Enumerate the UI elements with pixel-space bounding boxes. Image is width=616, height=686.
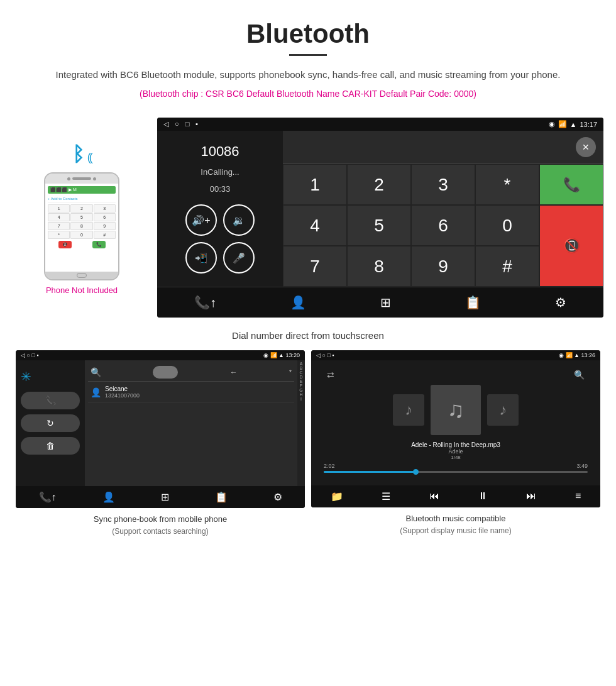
phonebook-caption-sub: (Support contacts searching) [16, 526, 305, 537]
call-controls: 🔊+ 🔉 📲 🎤 [185, 204, 255, 274]
pb-contact-details: Seicane 13241007000 [105, 385, 140, 399]
phone-key-4[interactable]: 4 [48, 213, 70, 221]
phonebook-sidebar: ✳ 📞 ↻ 🗑 [16, 360, 85, 486]
backspace-button[interactable]: ✕ [576, 137, 596, 157]
phone-key-5[interactable]: 5 [70, 213, 92, 221]
music-top-icons: ⇄ 🔍 [321, 370, 591, 380]
alpha-c[interactable]: C [297, 370, 305, 375]
music-nav-eq-icon[interactable]: ≡ [575, 490, 581, 502]
phone-end-call-button[interactable]: 📵 [58, 241, 72, 248]
music-track-num: 1/48 [411, 455, 500, 460]
album-cover-right: ♪ [487, 394, 519, 426]
music-nav-icons: ◁ ○ □ ▪ [316, 352, 334, 358]
pb-call-button[interactable]: 📞 [21, 392, 80, 409]
alpha-i[interactable]: I [297, 397, 305, 401]
phone-key-3[interactable]: 3 [94, 204, 116, 213]
phone-key-0[interactable]: 0 [70, 231, 92, 239]
pb-refresh-button[interactable]: ↻ [21, 414, 80, 432]
location-icon: ◉ [549, 120, 555, 128]
pb-search-icon[interactable]: 🔍 [91, 367, 101, 377]
page-description: Integrated with BC6 Bluetooth module, su… [38, 67, 578, 82]
music-nav-prev-icon[interactable]: ⏮ [429, 490, 439, 502]
home-nav-icon[interactable]: ○ [175, 120, 179, 128]
music-search-icon[interactable]: 🔍 [574, 370, 585, 380]
music-caption: Bluetooth music compatible (Support disp… [311, 512, 600, 536]
dial-key-3[interactable]: 3 [411, 164, 475, 205]
alpha-f[interactable]: F [297, 384, 305, 388]
music-progress-bar[interactable] [324, 471, 588, 473]
nav-keypad-icon[interactable]: ⊞ [380, 295, 391, 310]
phone-call-button[interactable]: 📞 [92, 241, 106, 248]
pb-nav-grid-icon[interactable]: ⊞ [161, 491, 169, 503]
music-time-total: 3:49 [576, 463, 588, 469]
volume-down-button[interactable]: 🔉 [223, 204, 255, 236]
dial-key-0[interactable]: 0 [475, 205, 539, 246]
call-answer-button[interactable]: 📞 [539, 164, 603, 205]
dial-key-2[interactable]: 2 [347, 164, 411, 205]
phonebook-screen: ◁ ○ □ ▪ ◉ 📶 ▲ 13:20 ✳ 📞 ↻ 🗑 🔍 ← [16, 350, 305, 508]
status-bar: ◁ ○ □ ▪ ◉ 📶 ▲ 13:17 [157, 118, 603, 131]
nav-calls-icon[interactable]: 📞↑ [194, 295, 216, 310]
dial-key-hash[interactable]: # [475, 246, 539, 287]
phone-key-6[interactable]: 6 [94, 213, 116, 221]
alpha-e[interactable]: E [297, 379, 305, 384]
pb-nav-calls-icon[interactable]: 📞↑ [39, 491, 57, 503]
music-shuffle-icon[interactable]: ⇄ [327, 370, 334, 380]
music-nav-list-icon[interactable]: ☰ [382, 490, 390, 502]
music-nav-folder-icon[interactable]: 📁 [331, 490, 343, 502]
pb-nav-settings-icon[interactable]: ⚙ [273, 491, 282, 503]
music-nav-next-icon[interactable]: ⏭ [526, 490, 536, 502]
dial-key-6[interactable]: 6 [411, 205, 475, 246]
phonebook-bottom-nav: 📞↑ 👤 ⊞ 📋 ⚙ [16, 486, 305, 508]
nav-settings-icon[interactable]: ⚙ [555, 295, 566, 310]
nav-transfer-icon[interactable]: 📋 [465, 295, 481, 310]
dial-key-4[interactable]: 4 [283, 205, 347, 246]
pb-contact-row[interactable]: 👤 Seicane 13241007000 [88, 382, 294, 403]
pb-search-row: 🔍 ← * [88, 363, 294, 382]
phone-home-button[interactable] [77, 273, 87, 278]
phone-key-8[interactable]: 8 [70, 222, 92, 230]
back-nav-icon[interactable]: ◁ [163, 120, 168, 128]
status-left: ◁ ○ □ ▪ [163, 120, 198, 128]
pb-nav-contacts-icon[interactable]: 👤 [102, 491, 115, 503]
keypad-grid: 1 2 3 * 📞 4 5 6 0 📵 7 8 9 # [283, 164, 603, 287]
alpha-d[interactable]: D [297, 375, 305, 379]
dial-key-8[interactable]: 8 [347, 246, 411, 287]
mic-button[interactable]: 🎤 [223, 242, 255, 274]
phone-screen: ⬛⬛⬛ ▶ M + Add to Contacts 1 2 3 4 5 6 7 … [45, 184, 118, 272]
transfer-button[interactable]: 📲 [185, 242, 217, 274]
pb-nav-transfer-icon[interactable]: 📋 [215, 491, 228, 503]
nav-contacts-icon[interactable]: 👤 [290, 295, 306, 310]
pb-back-icon[interactable]: ← [230, 368, 238, 377]
phone-key-hash[interactable]: # [94, 231, 116, 239]
alpha-a[interactable]: A [297, 362, 305, 366]
music-note-right-icon: ♪ [499, 401, 507, 419]
phonebook-status-bar: ◁ ○ □ ▪ ◉ 📶 ▲ 13:20 [16, 350, 305, 360]
dial-key-7[interactable]: 7 [283, 246, 347, 287]
music-artist: Adele [411, 448, 500, 455]
alpha-g[interactable]: G [297, 388, 305, 392]
dial-key-9[interactable]: 9 [411, 246, 475, 287]
phone-key-star[interactable]: * [48, 231, 70, 239]
status-time: 13:17 [580, 121, 597, 128]
pb-bluetooth-icon: ✳ [21, 367, 80, 387]
pb-delete-button[interactable]: 🗑 [21, 437, 80, 455]
music-nav-pause-icon[interactable]: ⏸ [478, 490, 488, 502]
dial-key-star[interactable]: * [475, 164, 539, 205]
pb-delete-icon: 🗑 [46, 441, 55, 451]
alpha-h[interactable]: H [297, 392, 305, 397]
phone-key-9[interactable]: 9 [94, 222, 116, 230]
volume-up-button[interactable]: 🔊+ [185, 204, 217, 236]
recent-nav-icon[interactable]: □ [185, 120, 190, 128]
pb-search-bar[interactable] [153, 366, 178, 379]
call-end-button[interactable]: 📵 [539, 205, 603, 287]
pb-status-right: ◉ 📶 ▲ 13:20 [263, 352, 300, 358]
phone-key-7[interactable]: 7 [48, 222, 70, 230]
alpha-b[interactable]: B [297, 366, 305, 370]
phone-key-2[interactable]: 2 [70, 204, 92, 213]
phone-key-1[interactable]: 1 [48, 204, 70, 213]
pb-avatar-icon: 👤 [91, 387, 101, 397]
music-progress-area: 2:02 3:49 [321, 463, 591, 473]
dial-key-5[interactable]: 5 [347, 205, 411, 246]
dial-key-1[interactable]: 1 [283, 164, 347, 205]
